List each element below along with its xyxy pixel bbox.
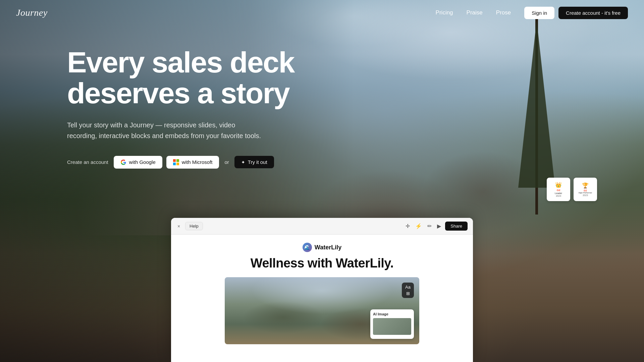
g2-highperformer-title: G2	[584, 189, 587, 192]
hero-title: Every sales deck deserves a story	[67, 47, 294, 109]
waterlily-name: WaterLily	[315, 244, 341, 251]
tryit-label: Try it out	[248, 159, 267, 165]
play-icon[interactable]: ▶	[437, 223, 441, 229]
navbar: Journey Pricing Praise Prose Sign in Cre…	[0, 0, 644, 25]
cta-label: Create an account	[67, 159, 108, 165]
signup-google-label: with Google	[129, 159, 156, 165]
signin-button[interactable]: Sign in	[524, 7, 554, 19]
hero-content: Every sales deck deserves a story Tell y…	[67, 47, 294, 169]
g2-leader-year: 2023	[556, 195, 561, 197]
waterlily-logo-row: 🌊 WaterLily	[303, 243, 341, 252]
signup-microsoft-label: with Microsoft	[182, 159, 213, 165]
window-headline: Wellness with WaterLily.	[251, 256, 394, 270]
google-icon	[120, 159, 126, 165]
cta-or-text: or	[224, 159, 229, 165]
ai-panel-thumbnail	[373, 318, 411, 335]
g2-leader-title: G2	[557, 189, 560, 192]
signup-microsoft-button[interactable]: with Microsoft	[166, 156, 219, 169]
g2-highperformer-year: 2023	[583, 194, 588, 196]
cta-row: Create an account with Google with Micro…	[67, 156, 294, 169]
edit-panel-text-icon[interactable]: Aa	[405, 285, 411, 290]
g2-leader-subtitle: Leader	[555, 192, 562, 195]
edit-panel: Aa ⊞	[402, 283, 414, 298]
preview-image-area: AI Image Aa ⊞	[225, 277, 419, 344]
create-account-nav-button[interactable]: Create account - it's free	[558, 7, 628, 19]
window-close-button[interactable]: ×	[176, 224, 181, 229]
edit-icon[interactable]: ✏	[427, 223, 432, 229]
close-icon: ×	[177, 224, 180, 229]
nav-pricing[interactable]: Pricing	[436, 9, 453, 16]
tryit-button[interactable]: ✦ Try it out	[234, 156, 274, 168]
window-titlebar: × Help ✛ ⚡ ✏ ▶ Share	[171, 218, 473, 235]
ai-panel: AI Image	[370, 309, 414, 339]
crosshair-icon[interactable]: ✛	[406, 223, 410, 229]
signup-google-button[interactable]: with Google	[114, 156, 162, 169]
tree-silhouette	[523, 13, 550, 215]
hero-subtitle: Tell your story with a Journey — respons…	[67, 120, 262, 141]
microsoft-icon	[173, 159, 179, 165]
g2-badges: 👑 G2 Leader 2023 🏆 G2 High Performer 202…	[547, 178, 597, 201]
ai-panel-header: AI Image	[373, 312, 411, 316]
g2-highperformer-badge: 🏆 G2 High Performer 2023	[574, 178, 597, 201]
g2-highperformer-crown: 🏆	[582, 182, 589, 189]
preview-window: × Help ✛ ⚡ ✏ ▶ Share 🌊 WaterLily Wellnes…	[171, 218, 473, 362]
window-content: 🌊 WaterLily Wellness with WaterLily. AI …	[171, 235, 473, 352]
sparkle-icon: ✦	[241, 160, 245, 165]
edit-panel-layout-icon[interactable]: ⊞	[406, 291, 410, 296]
logo: Journey	[16, 7, 48, 18]
g2-leader-crown: 👑	[555, 182, 562, 188]
window-toolbar: ✛ ⚡ ✏ ▶	[406, 223, 441, 229]
g2-highperformer-subtitle: High Performer	[579, 192, 592, 194]
g2-leader-badge: 👑 G2 Leader 2023	[547, 178, 570, 201]
nav-praise[interactable]: Praise	[467, 9, 483, 16]
lightning-icon[interactable]: ⚡	[415, 223, 422, 229]
nav-actions: Sign in Create account - it's free	[524, 7, 628, 19]
window-help-button[interactable]: Help	[185, 222, 203, 230]
nav-prose[interactable]: Prose	[496, 9, 511, 16]
nav-links: Pricing Praise Prose	[436, 9, 511, 16]
waterlily-logo-icon: 🌊	[303, 243, 312, 252]
share-button[interactable]: Share	[445, 222, 468, 231]
